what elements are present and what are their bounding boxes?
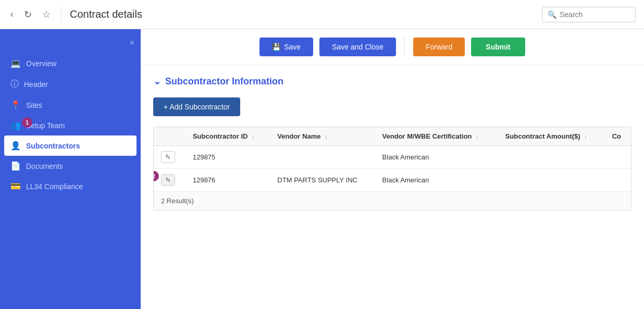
save-disk-icon: 💾 bbox=[272, 43, 281, 51]
sidebar-item-documents[interactable]: 📄 Documents bbox=[0, 156, 141, 176]
sort-icon-mwbe: ↕ bbox=[476, 133, 479, 140]
search-input[interactable] bbox=[560, 10, 622, 19]
co-cell-2 bbox=[605, 169, 631, 192]
edit-button-row2[interactable]: ✎ bbox=[161, 174, 175, 186]
id-cell-2: 129876 bbox=[185, 169, 270, 192]
vendor-name-cell-1 bbox=[270, 146, 375, 169]
star-button[interactable]: ☆ bbox=[40, 7, 53, 22]
toolbar: 💾 Save Save and Close Forward Submit bbox=[141, 29, 644, 65]
id-cell-1: 129875 bbox=[185, 146, 270, 169]
sidebar-collapse-button[interactable]: « bbox=[0, 35, 141, 53]
overview-icon: 💻 bbox=[10, 58, 21, 68]
col-edit bbox=[154, 127, 185, 146]
content-area: 💾 Save Save and Close Forward Submit ⌄ S… bbox=[141, 29, 644, 309]
setup-team-icon: 👥 bbox=[10, 120, 21, 130]
main-layout: « 💻 Overview ⓘ Header 📍 Sites 👥 Setup Te… bbox=[0, 29, 644, 309]
results-row: 2 Result(s) bbox=[154, 192, 631, 211]
amount-cell-1 bbox=[498, 146, 605, 169]
col-subcontractor-id-label: Subcontractor ID bbox=[193, 132, 247, 140]
submit-button-label: Submit bbox=[486, 43, 510, 51]
col-co: Co bbox=[605, 127, 631, 146]
top-bar: ‹ ↻ ☆ Contract details 🔍 bbox=[0, 0, 644, 29]
co-cell-1 bbox=[605, 146, 631, 169]
sidebar-item-label: Subcontractors bbox=[26, 142, 80, 150]
sidebar: « 💻 Overview ⓘ Header 📍 Sites 👥 Setup Te… bbox=[0, 29, 141, 309]
save-close-button-label: Save and Close bbox=[332, 43, 383, 51]
documents-icon: 📄 bbox=[10, 161, 21, 171]
mwbe-cell-1: Black American bbox=[375, 146, 498, 169]
add-subcontractor-button[interactable]: + Add Subcontractor bbox=[153, 97, 240, 116]
vendor-name-cell-2: DTM PARTS SUPPLY INC bbox=[270, 169, 375, 192]
sidebar-item-subcontractors[interactable]: 👤 Subcontractors bbox=[4, 135, 137, 156]
add-subcontractor-label: + Add Subcontractor bbox=[164, 103, 230, 111]
submit-button[interactable]: Submit bbox=[471, 38, 525, 56]
table-header-row: Subcontractor ID ↕ Vendor Name ↕ Vendor … bbox=[154, 127, 631, 146]
sidebar-item-header[interactable]: ⓘ Header bbox=[0, 73, 141, 95]
results-label: 2 Result(s) bbox=[154, 192, 631, 211]
mwbe-cell-2: Black American bbox=[375, 169, 498, 192]
edit-cell-1: ✎ bbox=[154, 146, 185, 169]
edit-button-row1[interactable]: ✎ bbox=[161, 151, 175, 163]
table-row: ✎ 2 129876 DTM PARTS SUPPLY INC Black Am… bbox=[154, 169, 631, 192]
top-bar-divider bbox=[61, 6, 61, 23]
forward-button-label: Forward bbox=[426, 43, 452, 51]
setup-team-badge: 1 bbox=[22, 117, 32, 128]
chevron-down-icon[interactable]: ⌄ bbox=[153, 76, 161, 87]
row2-badge: 2 bbox=[153, 171, 159, 181]
subcontractor-section: ⌄ Subcontractor Information + Add Subcon… bbox=[141, 65, 644, 221]
amount-cell-2 bbox=[498, 169, 605, 192]
section-title: Subcontractor Information bbox=[165, 76, 283, 87]
history-button[interactable]: ↻ bbox=[22, 7, 34, 22]
subcontractors-icon: 👤 bbox=[10, 141, 21, 151]
search-box[interactable]: 🔍 bbox=[542, 7, 636, 22]
table-row: ✎ 129875 Black American bbox=[154, 146, 631, 169]
col-vendor-name[interactable]: Vendor Name ↕ bbox=[270, 127, 375, 146]
edit-cell-2: ✎ 2 bbox=[154, 169, 185, 192]
back-button[interactable]: ‹ bbox=[8, 7, 16, 22]
sidebar-item-ll34-compliance[interactable]: 💳 LL34 Compliance bbox=[0, 176, 141, 196]
save-button[interactable]: 💾 Save bbox=[259, 38, 313, 56]
col-subcontractor-id[interactable]: Subcontractor ID ↕ bbox=[185, 127, 270, 146]
col-mwbe-label: Vendor M/WBE Certification bbox=[382, 132, 472, 140]
sites-icon: 📍 bbox=[10, 100, 21, 110]
sidebar-item-overview[interactable]: 💻 Overview bbox=[0, 53, 141, 73]
sidebar-item-label: Sites bbox=[26, 101, 42, 109]
section-header: ⌄ Subcontractor Information bbox=[153, 76, 631, 87]
sidebar-item-label: Documents bbox=[26, 162, 63, 170]
sort-icon-vendor: ↕ bbox=[325, 133, 328, 140]
col-amount-label: Subcontract Amount($) bbox=[505, 132, 580, 140]
nav-controls: ‹ ↻ ☆ bbox=[8, 7, 53, 22]
page-title: Contract details bbox=[70, 8, 542, 20]
search-icon: 🔍 bbox=[548, 10, 556, 19]
col-mwbe[interactable]: Vendor M/WBE Certification ↕ bbox=[375, 127, 498, 146]
col-co-label: Co bbox=[612, 132, 621, 140]
sidebar-item-label: LL34 Compliance bbox=[26, 182, 83, 191]
ll34-icon: 💳 bbox=[10, 181, 21, 191]
header-icon: ⓘ bbox=[10, 79, 19, 90]
toolbar-divider bbox=[404, 38, 405, 56]
sidebar-item-setup-team[interactable]: 👥 Setup Team 1 bbox=[0, 115, 141, 135]
save-close-button[interactable]: Save and Close bbox=[319, 38, 396, 56]
sidebar-item-label: Overview bbox=[26, 59, 56, 68]
sort-icon-id: ↕ bbox=[252, 133, 255, 140]
sidebar-item-sites[interactable]: 📍 Sites bbox=[0, 95, 141, 115]
col-vendor-name-label: Vendor Name bbox=[277, 132, 320, 140]
col-amount[interactable]: Subcontract Amount($) ↕ bbox=[498, 127, 605, 146]
forward-button[interactable]: Forward bbox=[413, 38, 465, 56]
sidebar-item-label: Header bbox=[24, 80, 48, 89]
subcontractors-table: Subcontractor ID ↕ Vendor Name ↕ Vendor … bbox=[153, 127, 631, 211]
sort-icon-amount: ↕ bbox=[584, 133, 587, 140]
save-button-label: Save bbox=[284, 43, 301, 51]
